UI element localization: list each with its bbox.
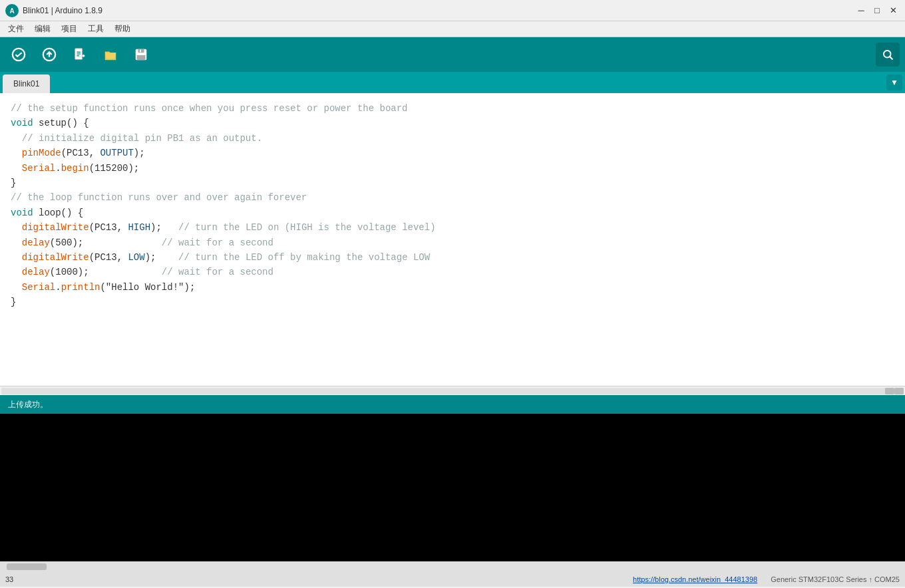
editor-scrollbar[interactable]: [0, 386, 905, 395]
code-line: void setup() {: [11, 116, 894, 130]
save-button[interactable]: [128, 41, 154, 68]
code-line: digitalWrite(PC13, LOW); // turn the LED…: [11, 250, 894, 265]
verify-button[interactable]: [5, 41, 32, 68]
upload-status-text: 上传成功。: [8, 399, 48, 410]
code-line: // the loop function runs over and over …: [11, 190, 894, 205]
upload-status-bar: 上传成功。: [0, 395, 905, 414]
maximize-button[interactable]: □: [870, 4, 884, 17]
window-controls[interactable]: ─ □ ✕: [854, 4, 900, 17]
menu-bar: 文件 编辑 项目 工具 帮助: [0, 21, 905, 37]
console-hscroll[interactable]: [0, 561, 905, 572]
new-button[interactable]: [67, 41, 93, 68]
code-line: digitalWrite(PC13, HIGH); // turn the LE…: [11, 220, 894, 235]
menu-tools[interactable]: 工具: [83, 22, 109, 36]
code-line: void loop() {: [11, 206, 894, 220]
menu-help[interactable]: 帮助: [109, 22, 136, 36]
app-logo: A: [5, 4, 19, 17]
csdn-link[interactable]: https://blog.csdn.net/weixin_44481398: [633, 575, 757, 583]
open-button[interactable]: [97, 41, 124, 68]
code-line: Serial.println("Hello World!");: [11, 280, 894, 295]
svg-line-17: [890, 57, 893, 60]
code-line: // the setup function runs once when you…: [11, 101, 894, 116]
code-content[interactable]: // the setup function runs once when you…: [0, 98, 905, 312]
svg-rect-14: [137, 55, 146, 60]
tab-label: Blink01: [13, 79, 39, 88]
console-hscroll-thumb: [7, 563, 47, 570]
close-button[interactable]: ✕: [886, 4, 900, 17]
menu-project[interactable]: 项目: [56, 22, 83, 36]
upload-button[interactable]: [36, 41, 63, 68]
toolbar: [0, 37, 905, 72]
code-line: pinMode(PC13, OUTPUT);: [11, 146, 894, 160]
svg-rect-15: [140, 50, 141, 53]
code-line: // initialize digital pin PB1 as an outp…: [11, 131, 894, 146]
window-title: Blink01 | Arduino 1.8.9: [23, 6, 854, 15]
menu-file[interactable]: 文件: [3, 22, 29, 36]
svg-text:A: A: [9, 7, 14, 15]
code-line: delay(1000); // wait for a second: [11, 265, 894, 279]
tab-dropdown-button[interactable]: ▼: [886, 74, 902, 90]
code-line: Serial.begin(115200);: [11, 161, 894, 176]
code-line: delay(500); // wait for a second: [11, 235, 894, 250]
menu-edit[interactable]: 编辑: [29, 22, 56, 36]
tab-blink01[interactable]: Blink01: [3, 74, 50, 93]
board-info: Generic STM32F103C Series ↑ COM25: [771, 575, 900, 583]
line-number: 33: [5, 575, 13, 583]
editor[interactable]: // the setup function runs once when you…: [0, 93, 905, 386]
console-output[interactable]: [0, 414, 905, 561]
tab-bar: Blink01 ▼: [0, 72, 905, 93]
title-bar: A Blink01 | Arduino 1.8.9 ─ □ ✕: [0, 0, 905, 21]
status-bar-bottom: 33 https://blog.csdn.net/weixin_44481398…: [0, 572, 905, 587]
code-line: }: [11, 295, 894, 309]
code-line: }: [11, 176, 894, 190]
svg-point-16: [884, 51, 891, 58]
minimize-button[interactable]: ─: [854, 4, 868, 17]
search-button[interactable]: [876, 43, 900, 67]
